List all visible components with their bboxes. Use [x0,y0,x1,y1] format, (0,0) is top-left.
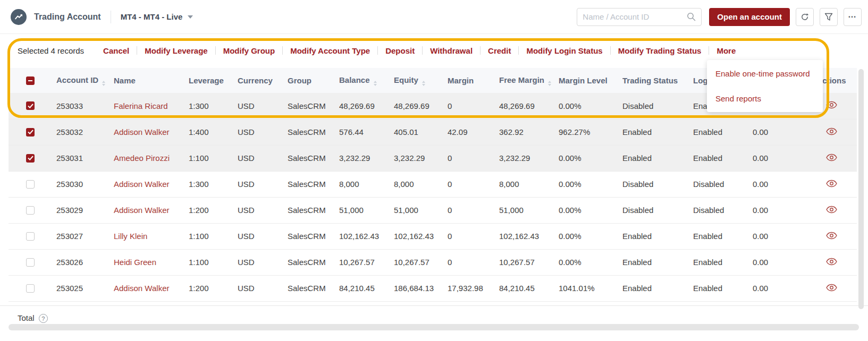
row-checkbox[interactable] [26,154,35,163]
cell-equity: 48,269.69 [394,93,448,119]
header-cell-account_id[interactable]: Account ID [56,68,114,93]
horizontal-scrollbar[interactable] [9,324,859,330]
sort-icon[interactable] [548,81,551,86]
action-separator [480,46,481,55]
action-cancel[interactable]: Cancel [103,46,129,55]
cell-group: SalesCRM [288,197,339,223]
cell-name[interactable]: Addison Walker [114,275,189,301]
view-account-button[interactable] [824,126,839,138]
view-account-button[interactable] [824,178,839,190]
search-input[interactable] [583,12,687,21]
view-account-button[interactable] [824,204,839,216]
header-cell-balance[interactable]: Balance [339,68,394,93]
sort-icon[interactable] [374,81,377,86]
eye-icon [826,233,837,241]
table-row: 253027Lilly Klein1:100USDSalesCRM102,162… [9,223,857,249]
cell-group: SalesCRM [288,145,339,171]
help-icon[interactable]: ? [39,314,48,323]
refresh-button[interactable] [796,8,814,26]
row-checkbox[interactable] [26,284,35,293]
eye-icon [826,103,837,110]
cell-margin_level: 0.00% [559,249,622,275]
row-checkbox[interactable] [26,101,35,110]
action-withdrawal[interactable]: Withdrawal [430,46,473,55]
action-separator [422,46,423,55]
action-modify-login-status[interactable]: Modify Login Status [526,46,602,55]
row-checkbox[interactable] [26,128,35,137]
open-account-button[interactable]: Open an account [709,8,790,26]
vertical-scrollbar[interactable] [858,69,864,309]
action-modify-account-type[interactable]: Modify Account Type [290,46,370,55]
action-deposit[interactable]: Deposit [385,46,415,55]
cell-checkbox [9,145,56,171]
menu-item-send-reports[interactable]: Send reports [707,86,823,111]
cell-margin_level: 0.00% [559,145,622,171]
view-account-button[interactable] [824,100,839,112]
cell-name[interactable]: Addison Walker [114,197,189,223]
action-modify-leverage[interactable]: Modify Leverage [145,46,207,55]
account-type-selector[interactable]: MT4 - MT4 - Live [121,12,193,21]
header-cell-group: Group [288,68,339,93]
cell-name[interactable]: Falerina Ricard [114,93,189,119]
cell-trading_status: Enabled [622,145,693,171]
filter-icon [824,13,833,21]
cell-margin_level: 0.00% [559,93,622,119]
table-row: 253030Addison Walker1:300USDSalesCRM8,00… [9,171,857,197]
cell-balance: 102,162.43 [339,223,394,249]
cell-trading_status: Enabled [622,119,693,145]
sort-icon[interactable] [102,81,105,86]
cell-name[interactable]: Heidi Green [114,249,189,275]
cell-balance: 3,232.29 [339,145,394,171]
cell-leverage: 1:100 [189,249,238,275]
cell-login_status: Enabled [693,249,753,275]
sort-icon[interactable] [422,81,425,86]
cell-margin_level: 0.00% [559,223,622,249]
divider [111,11,111,23]
action-credit[interactable]: Credit [488,46,511,55]
search-box[interactable] [577,8,702,26]
eye-icon [826,259,837,267]
row-checkbox[interactable] [26,180,35,189]
view-account-button[interactable] [824,231,839,242]
cell-leverage: 1:100 [189,223,238,249]
header-cell-free_margin[interactable]: Free Margin [499,68,559,93]
cell-equity: 186,684.13 [394,275,448,301]
cell-name[interactable]: Lilly Klein [114,223,189,249]
cell-margin: 0 [448,223,499,249]
cell-group: SalesCRM [288,93,339,119]
action-modify-group[interactable]: Modify Group [223,46,275,55]
cell-checkbox [9,275,56,301]
action-separator [610,46,611,55]
header-cell-margin_level: Margin Level [559,68,622,93]
menu-item-enable-one-time-password[interactable]: Enable one-time password [707,61,823,86]
cell-leverage: 1:300 [189,171,238,197]
action-modify-trading-status[interactable]: Modify Trading Status [618,46,702,55]
cell-credit: 0.00 [753,223,806,249]
cell-trading_status: Disabled [622,171,693,197]
action-more[interactable]: More [717,46,736,55]
table-footer: Total ? [0,305,868,341]
view-account-button[interactable] [824,257,839,268]
row-checkbox[interactable] [26,206,35,215]
action-separator [215,46,216,55]
view-account-button[interactable] [824,283,839,294]
cell-name[interactable]: Addison Walker [114,171,189,197]
select-all-checkbox[interactable] [26,76,35,85]
table-row: 253031Amedeo Pirozzi1:100USDSalesCRM3,23… [9,145,857,171]
filter-button[interactable] [820,8,838,26]
cell-account_id: 253032 [56,119,114,145]
cell-currency: USD [238,249,288,275]
action-bar-links: CancelModify LeverageModify GroupModify … [103,46,736,55]
chart-logo-icon [11,9,27,25]
header-cell-currency: Currency [238,68,288,93]
cell-equity: 405.01 [394,119,448,145]
header-cell-equity[interactable]: Equity [394,68,448,93]
cell-name[interactable]: Amedeo Pirozzi [114,145,189,171]
view-account-button[interactable] [824,152,839,164]
more-options-button[interactable]: … [844,8,862,26]
cell-name[interactable]: Addison Walker [114,119,189,145]
header-label-leverage: Leverage [189,76,224,85]
row-checkbox[interactable] [26,258,35,267]
row-checkbox[interactable] [26,232,35,241]
cell-credit: 0.00 [753,249,806,275]
